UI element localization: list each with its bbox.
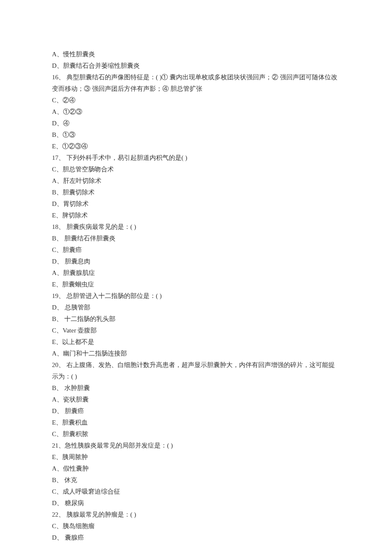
option-line: B、 十二指肠的乳头部 (52, 313, 341, 325)
option-line: D、胃切除术 (52, 198, 341, 210)
option-line: D、 总胰管部 (52, 302, 341, 313)
option-line: B、 胆囊结石伴胆囊炎 (52, 233, 341, 244)
option-line: A、胆囊腺肌症 (52, 267, 341, 279)
option-line: C、胆总管空肠吻合术 (52, 164, 341, 175)
option-line: D、 胆囊癌 (52, 405, 341, 417)
option-line: C、胰岛细胞瘤 (52, 520, 341, 532)
option-line: A、幽门和十二指肠连接部 (52, 348, 341, 359)
question-line: 18、 胆囊疾病最常见的是：( ) (52, 221, 341, 233)
question-line: 21、急性胰腺炎最常见的局部并发症是：( ) (52, 440, 341, 451)
option-line: A、肝左叶切除术 (52, 175, 341, 187)
option-line: B、 休克 (52, 474, 341, 486)
option-line: E、胆囊积血 (52, 417, 341, 428)
option-line: D、 囊腺癌 (52, 532, 341, 543)
option-line: B、 水肿胆囊 (52, 382, 341, 394)
question-line: 20、 右上腹痛、发热、白细胞计数升高患者，超声显示胆囊肿大，内伴有回声增强的碎… (52, 359, 341, 382)
option-line: C、Vater 壶腹部 (52, 325, 341, 336)
question-line: 19、 总胆管进入十二指肠的部位是：( ) (52, 290, 341, 302)
option-line: E、胆囊蛔虫症 (52, 279, 341, 290)
document-page: A、慢性胆囊炎 D、胆囊结石合并萎缩性胆囊炎 16、 典型胆囊结石的声像图特征是… (0, 0, 392, 555)
option-line: D、胆囊结石合并萎缩性胆囊炎 (52, 60, 341, 72)
option-line: E、以上都不是 (52, 336, 341, 348)
option-line: C、胆囊癌 (52, 244, 341, 256)
option-line: C、胆囊积脓 (52, 428, 341, 440)
option-line: E、胰周脓肿 (52, 451, 341, 463)
question-line: 16、 典型胆囊结石的声像图特征是：( )① 囊内出现单枚或多枚团块状强回声；②… (52, 72, 341, 95)
question-line: 22、 胰腺最常见的肿瘤是：( ) (52, 509, 341, 520)
option-line: D、 胆囊息肉 (52, 256, 341, 267)
option-line: C、成人呼吸窘迫综合征 (52, 486, 341, 497)
option-line: A、假性囊肿 (52, 463, 341, 474)
option-line: C、②④ (52, 95, 341, 106)
option-line: B、①③ (52, 129, 341, 141)
option-line: E、脾切除术 (52, 210, 341, 221)
option-line: A、瓷状胆囊 (52, 394, 341, 405)
option-line: E、①②③④ (52, 141, 341, 152)
question-line: 17、 下列外科手术中，易引起胆道内积气的是( ) (52, 152, 341, 164)
option-line: D、 糖尿病 (52, 497, 341, 509)
option-line: D、④ (52, 118, 341, 129)
option-line: B、胆囊切除术 (52, 187, 341, 198)
option-line: A、慢性胆囊炎 (52, 49, 341, 60)
option-line: A、①②③ (52, 106, 341, 118)
